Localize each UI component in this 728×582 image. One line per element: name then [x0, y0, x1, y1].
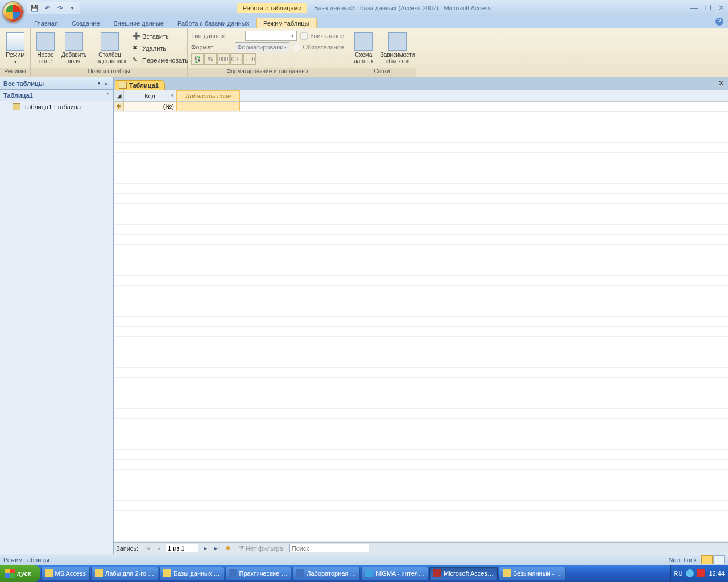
datasheet-view-button[interactable] [701, 555, 713, 564]
row-selector-new[interactable]: ✱ [114, 102, 124, 111]
datasheet-view-icon [6, 32, 24, 51]
percent-format-button[interactable]: % [204, 53, 217, 65]
datasheet[interactable]: ◢ Код ▼ Добавить поле ✱ (№) [114, 90, 728, 542]
title-bar: 💾 ↶ ↷ ▼ Работа с таблицами База данных3 … [0, 0, 728, 16]
tab-create[interactable]: Создание [65, 18, 107, 28]
tab-external-data[interactable]: Внешние данные [107, 18, 171, 28]
navigation-pane: Все таблицы ▼ « Таблица1 ⌃ Таблица1 : та… [0, 77, 114, 554]
new-record-row[interactable]: ✱ (№) [114, 102, 728, 112]
quick-access-toolbar: 💾 ↶ ↷ ▼ [27, 2, 80, 14]
currency-format-button[interactable]: 💱 [191, 53, 204, 65]
nav-pane-header[interactable]: Все таблицы ▼ « [0, 77, 113, 90]
minimize-button[interactable]: ― [690, 3, 698, 12]
rename-field-button[interactable]: ✎Переименовать [131, 55, 190, 66]
thousands-format-button[interactable]: 000 [217, 53, 230, 65]
nav-item-table1[interactable]: Таблица1 : таблица [0, 101, 113, 113]
windows-logo-icon [5, 569, 15, 578]
access-icon [433, 569, 441, 577]
datatype-label: Тип данных: [191, 32, 227, 39]
window-title: База данных3 : база данных (Access 2007)… [314, 5, 491, 11]
tray-icon-1[interactable] [686, 569, 694, 577]
document-tab-strip: Таблица1 ✕ [114, 77, 728, 90]
new-field-button[interactable]: Новое поле [34, 30, 57, 67]
group-views-label: Режимы [0, 68, 30, 77]
insert-field-button[interactable]: ➕Вставить [131, 31, 190, 42]
filter-icon: ⧩ [239, 544, 244, 552]
help-icon[interactable]: ? [715, 18, 723, 26]
cell-code-new[interactable]: (№) [124, 102, 176, 111]
undo-icon[interactable]: ↶ [42, 3, 52, 13]
record-navigator: Запись: I◂ ◂ ▸ ▸I ✱ ⧩Нет фильтра [114, 542, 728, 554]
close-tab-button[interactable]: ✕ [718, 79, 725, 88]
windows-taskbar: пуск MS Access Лабы для 2-го … Базы данн… [0, 565, 728, 582]
save-icon[interactable]: 💾 [30, 3, 40, 13]
contextual-tab-label: Работа с таблицами [237, 3, 307, 13]
add-existing-fields-button[interactable]: Добавить поля [59, 30, 89, 67]
language-indicator[interactable]: RU [674, 570, 683, 577]
format-combo[interactable]: Форматировани▼ [235, 42, 289, 52]
group-format-label: Форматирование и тип данных [188, 68, 348, 77]
restore-button[interactable]: ❐ [705, 3, 712, 12]
taskbar-item-5[interactable]: NIGMA - интел… [361, 567, 428, 580]
tab-datasheet[interactable]: Режим таблицы [256, 18, 317, 28]
nav-pane-title: Все таблицы [3, 80, 44, 87]
close-button[interactable]: ✕ [718, 3, 725, 12]
grid-background [114, 102, 728, 542]
add-fields-icon [65, 32, 83, 51]
view-mode-button[interactable]: Режим▼ [3, 30, 27, 67]
delete-field-button[interactable]: ✖Удалить [131, 43, 190, 54]
taskbar-item-0[interactable]: MS Access [41, 567, 90, 580]
taskbar-item-1[interactable]: Лабы для 2-го … [91, 567, 158, 580]
last-record-button[interactable]: ▸I [212, 545, 221, 551]
tab-home[interactable]: Главная [27, 18, 65, 28]
relationships-icon [354, 32, 373, 51]
design-view-button[interactable] [713, 555, 725, 564]
increase-decimals-button[interactable]: .00→ [230, 53, 243, 65]
tab-database-tools[interactable]: Работа с базами данных [171, 18, 256, 28]
cell-add-field[interactable] [176, 102, 240, 111]
first-record-button[interactable]: I◂ [143, 545, 152, 551]
object-dependencies-button[interactable]: Зависимости объектов [378, 30, 417, 67]
new-field-icon [36, 32, 55, 51]
tray-icon-kaspersky[interactable] [697, 569, 705, 577]
taskbar-item-4[interactable]: Лабораторная … [292, 567, 360, 580]
nav-collapse-icon[interactable]: « [103, 80, 110, 87]
record-label: Запись: [116, 545, 138, 552]
nav-group-table1[interactable]: Таблица1 ⌃ [0, 90, 113, 101]
unique-checkbox[interactable]: Уникальное [300, 31, 344, 41]
record-position-input[interactable] [166, 544, 198, 552]
taskbar-item-2[interactable]: Базы данных … [159, 567, 224, 580]
qat-customize-icon[interactable]: ▼ [67, 3, 77, 13]
column-header-add-field[interactable]: Добавить поле [176, 90, 240, 101]
column-header-code[interactable]: Код ▼ [124, 90, 176, 101]
select-all-cell[interactable]: ◢ [114, 90, 124, 101]
clock[interactable]: 12:44 [709, 570, 725, 577]
decrease-decimals-button[interactable]: ←.0 [243, 53, 256, 65]
office-button[interactable] [2, 1, 24, 23]
relationships-button[interactable]: Схема данных [351, 30, 376, 67]
prev-record-button[interactable]: ◂ [154, 545, 163, 551]
taskbar-item-7[interactable]: Безымянный - … [499, 567, 566, 580]
word-icon [296, 569, 304, 577]
filter-indicator[interactable]: ⧩Нет фильтра [235, 544, 287, 552]
lookup-column-button[interactable]: Столбец подстановок [91, 30, 129, 67]
start-button[interactable]: пуск [0, 565, 40, 582]
next-record-button[interactable]: ▸ [201, 545, 210, 551]
ribbon-tab-strip: Главная Создание Внешние данные Работа с… [0, 16, 728, 28]
new-record-button[interactable]: ✱ [224, 545, 233, 551]
delete-icon: ✖ [133, 44, 140, 52]
record-search-input[interactable] [289, 544, 369, 552]
datatype-combo[interactable]: ▼ [245, 31, 297, 41]
folder-icon [163, 569, 171, 577]
numlock-indicator: Num Lock [668, 556, 697, 563]
folder-icon [95, 569, 103, 577]
redo-icon[interactable]: ↷ [55, 3, 65, 13]
nav-category-dropdown-icon[interactable]: ▼ [95, 81, 103, 86]
group-fields-label: Поля и столбцы [31, 68, 187, 77]
taskbar-item-3[interactable]: Практические … [225, 567, 292, 580]
required-checkbox[interactable]: Обязательное [293, 42, 344, 52]
nav-group-collapse-icon[interactable]: ⌃ [106, 93, 110, 98]
document-tab-table1[interactable]: Таблица1 [115, 80, 165, 90]
taskbar-item-6[interactable]: Microsoft Acces… [429, 567, 498, 580]
column-dropdown-icon[interactable]: ▼ [170, 93, 175, 98]
